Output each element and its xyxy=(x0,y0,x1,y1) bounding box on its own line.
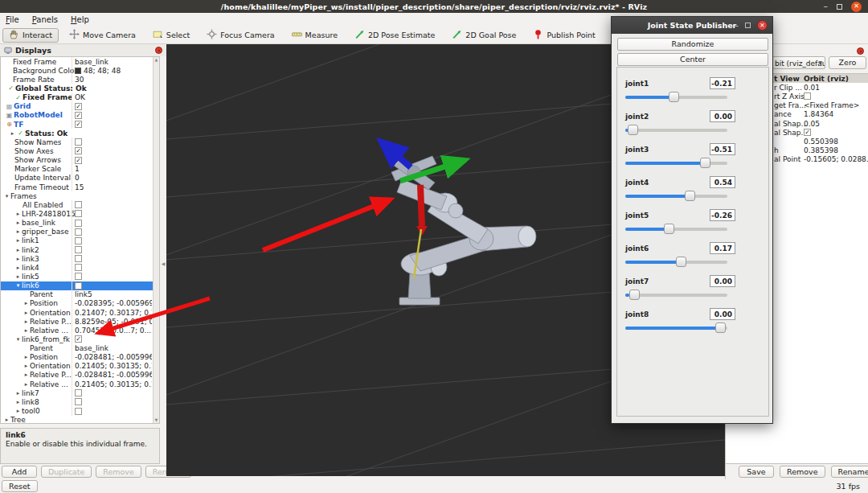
views-close-icon[interactable] xyxy=(857,47,864,55)
expander-right-icon[interactable]: ▸ xyxy=(14,273,22,280)
checkbox[interactable]: ✓ xyxy=(75,103,82,110)
tool-publish-point[interactable]: Publish Point xyxy=(526,28,601,43)
expander-right-icon[interactable]: ▸ xyxy=(14,265,22,271)
tree-row[interactable]: Marker Scale1 xyxy=(1,165,153,174)
views-rename-button[interactable]: Rename xyxy=(831,466,868,478)
expander-down-icon[interactable]: ▾ xyxy=(3,193,10,199)
tree-row[interactable]: ▸link1 xyxy=(1,236,153,245)
joint-value-field[interactable]: 0.00 xyxy=(710,110,735,122)
tool-interact[interactable]: Interact xyxy=(2,28,59,43)
tree-row[interactable]: ▾link6_from_fk✓ xyxy=(1,335,153,343)
slider-handle[interactable] xyxy=(685,191,695,201)
expander-right-icon[interactable]: ▸ xyxy=(23,381,30,388)
checkbox[interactable]: ✓ xyxy=(75,112,82,119)
checkbox[interactable] xyxy=(75,282,82,290)
checkbox[interactable] xyxy=(804,92,811,100)
tree-row[interactable]: Show Arrows✓ xyxy=(1,156,153,165)
expander-right-icon[interactable]: ▸ xyxy=(3,417,10,423)
tree-row[interactable]: ▸gripper_base xyxy=(1,228,153,236)
checkbox[interactable] xyxy=(75,255,82,262)
views-save-button[interactable]: Save xyxy=(739,466,774,478)
tree-row[interactable]: ▸link2 xyxy=(1,245,153,254)
expander-right-icon[interactable]: ▸ xyxy=(23,300,30,306)
displays-close-icon[interactable] xyxy=(155,47,162,54)
tree-row[interactable]: ▸Position-0.028395; -0.005969... xyxy=(1,299,153,308)
tree-row[interactable]: ▸tool0 xyxy=(1,406,153,415)
joint-value-field[interactable]: -0.26 xyxy=(710,209,735,221)
joint-slider[interactable] xyxy=(625,290,727,300)
tree-row[interactable]: ▸base_link xyxy=(1,219,153,228)
checkbox[interactable]: ✓ xyxy=(75,157,82,164)
expander-right-icon[interactable]: ▸ xyxy=(14,256,22,262)
expander-right-icon[interactable]: ▸ xyxy=(14,408,22,414)
tree-row[interactable]: ▸Position-0.028481; -0.005996... xyxy=(1,353,153,362)
tree-row[interactable]: ⊕TF✓ xyxy=(1,120,153,129)
tree-row[interactable]: ▾link6 xyxy=(1,281,153,290)
checkbox[interactable] xyxy=(75,228,82,236)
tree-row[interactable]: ▦Grid✓ xyxy=(1,102,153,111)
joint-slider[interactable] xyxy=(625,257,727,267)
expander-down-icon[interactable]: ▾ xyxy=(14,282,22,289)
center-button[interactable]: Center xyxy=(617,53,768,66)
tool-move-camera[interactable]: Move Camera xyxy=(63,28,142,43)
expander-right-icon[interactable]: ▸ xyxy=(23,363,30,369)
checkbox[interactable] xyxy=(75,201,82,208)
checkbox[interactable] xyxy=(75,210,82,217)
tree-row[interactable]: ▸link5 xyxy=(1,272,153,281)
tool-goal-pose[interactable]: 2D Goal Pose xyxy=(445,28,522,43)
checkbox[interactable] xyxy=(75,389,82,396)
menu-item-panels[interactable]: Panels xyxy=(32,15,58,24)
randomize-button[interactable]: Randomize xyxy=(617,38,768,51)
slider-handle[interactable] xyxy=(664,224,674,234)
tree-row[interactable]: ▸✓Status: Ok xyxy=(1,129,153,138)
views-remove-button[interactable]: Remove xyxy=(780,466,825,478)
jsp-maximize-icon[interactable] xyxy=(745,23,751,28)
joint-slider[interactable] xyxy=(625,158,727,168)
slider-handle[interactable] xyxy=(628,125,638,135)
slider-handle[interactable] xyxy=(715,323,726,333)
expander-right-icon[interactable]: ▸ xyxy=(14,237,22,244)
tree-row[interactable]: ▾Frames xyxy=(1,191,153,200)
checkbox[interactable]: ✓ xyxy=(75,147,82,154)
expander-right-icon[interactable]: ▸ xyxy=(23,372,30,378)
tree-row[interactable]: ✓Global Status: Ok xyxy=(1,84,153,92)
expander-right-icon[interactable]: ▸ xyxy=(14,390,22,396)
slider-handle[interactable] xyxy=(700,158,710,168)
tree-row[interactable]: ▸Relative ...0.70457; -0.0...7; 0.... xyxy=(1,326,153,335)
minimize-icon[interactable]: – xyxy=(824,4,829,9)
tree-row[interactable]: Parentlink5 xyxy=(1,290,153,299)
displays-scrollbar[interactable]: ▲ ▼ xyxy=(153,57,159,423)
joint-slider[interactable] xyxy=(625,125,727,135)
checkbox[interactable] xyxy=(75,264,82,271)
tree-row[interactable]: ▸link8 xyxy=(1,397,153,406)
tree-row[interactable]: ▸Relative P...-0.028481; -0.005996... xyxy=(1,371,153,380)
tool-measure[interactable]: Measure xyxy=(285,28,344,43)
tree-row[interactable]: Fixed Framebase_link xyxy=(1,57,153,66)
expander-right-icon[interactable]: ▸ xyxy=(14,228,22,235)
checkbox[interactable]: ✓ xyxy=(75,121,82,128)
expander-right-icon[interactable]: ▸ xyxy=(14,211,22,217)
checkbox[interactable] xyxy=(75,138,82,146)
joint-value-field[interactable]: 0.17 xyxy=(710,242,735,254)
joint-value-field[interactable]: 0.00 xyxy=(710,308,735,320)
jsp-close-icon[interactable]: ✕ xyxy=(757,20,768,31)
panel-collapse-icon[interactable]: ◀ xyxy=(161,257,166,270)
tool-pose-estimate[interactable]: 2D Pose Estimate xyxy=(348,28,441,43)
joint-slider[interactable] xyxy=(625,224,727,234)
joint-value-field[interactable]: -0.51 xyxy=(710,143,735,155)
close-icon[interactable]: ✕ xyxy=(851,2,862,12)
tree-row[interactable]: Frame Timeout15 xyxy=(1,183,153,191)
tree-row[interactable]: All Enabled xyxy=(1,200,153,209)
slider-handle[interactable] xyxy=(629,290,640,300)
expander-right-icon[interactable]: ▸ xyxy=(23,310,30,316)
slider-handle[interactable] xyxy=(676,257,686,267)
tree-row[interactable]: ▸Orientation0.21405; 0.30135; 0.1... xyxy=(1,362,153,371)
tree-row[interactable]: ▸LHR-24818015 xyxy=(1,209,153,218)
tree-row[interactable]: ▸Tree xyxy=(1,416,153,424)
checkbox[interactable] xyxy=(75,237,82,244)
scroll-up-icon[interactable]: ▲ xyxy=(155,57,158,63)
expander-right-icon[interactable]: ▸ xyxy=(23,327,30,334)
tree-row[interactable]: ▸Orientation0.21407; 0.30137; 0.1... xyxy=(1,308,153,317)
tree-row[interactable]: ▸link4 xyxy=(1,263,153,272)
tool-focus-camera[interactable]: Focus Camera xyxy=(200,28,280,43)
